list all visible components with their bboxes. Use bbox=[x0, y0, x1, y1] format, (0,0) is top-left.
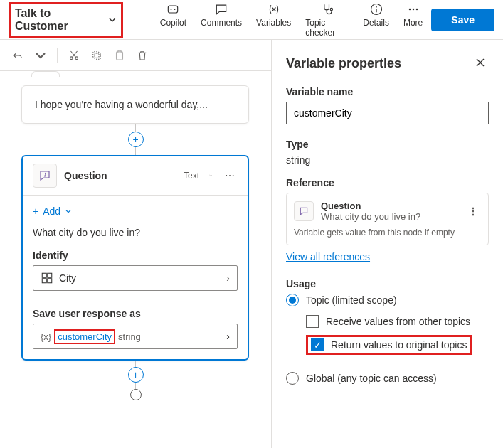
identify-select[interactable]: City › bbox=[33, 265, 238, 291]
comments-label: Comments bbox=[201, 18, 242, 28]
end-marker bbox=[130, 389, 142, 400]
checkbox-icon bbox=[306, 315, 319, 328]
svg-rect-19 bbox=[48, 279, 52, 283]
receive-values-label: Receive values from other topics bbox=[326, 316, 470, 327]
question-title: Question bbox=[64, 170, 176, 181]
entity-icon bbox=[41, 272, 53, 284]
message-node[interactable]: I hope you're having a wonderful day,... bbox=[21, 85, 249, 124]
question-type: Text bbox=[184, 171, 199, 181]
svg-point-3 bbox=[330, 8, 332, 10]
details-button[interactable]: Details bbox=[363, 2, 389, 38]
variable-name-label: Variable name bbox=[286, 86, 489, 97]
variable-select[interactable]: {x} customerCity string › bbox=[33, 324, 238, 349]
chevron-right-icon: › bbox=[226, 331, 230, 342]
reference-menu-button[interactable]: ⋮ bbox=[465, 206, 481, 217]
svg-point-8 bbox=[415, 8, 418, 10]
variables-icon bbox=[267, 2, 281, 16]
question-icon bbox=[294, 201, 314, 221]
top-bar: Talk to Customer Copilot Comments Variab… bbox=[0, 0, 503, 40]
canvas-toolbar bbox=[0, 40, 271, 71]
topic-checker-label: Topic checker bbox=[305, 18, 349, 38]
variable-name: customerCity bbox=[54, 329, 115, 344]
reference-card[interactable]: Question What city do you live in? ⋮ Var… bbox=[286, 193, 489, 245]
undo-icon[interactable] bbox=[11, 49, 24, 62]
svg-point-15 bbox=[44, 176, 45, 177]
usage-topic-radio[interactable]: Topic (limited scope) bbox=[286, 294, 489, 306]
reference-title: Question bbox=[321, 201, 458, 211]
identify-value: City bbox=[59, 272, 76, 284]
node-menu-button[interactable]: ⋯ bbox=[222, 170, 238, 181]
comment-icon bbox=[214, 2, 228, 16]
svg-point-5 bbox=[376, 6, 377, 7]
details-label: Details bbox=[363, 18, 389, 28]
delete-icon[interactable] bbox=[136, 49, 149, 62]
add-button[interactable]: + Add bbox=[33, 206, 238, 217]
checkbox-icon: ✓ bbox=[311, 338, 324, 351]
variable-properties-panel: Variable properties Variable name Type s… bbox=[272, 40, 503, 448]
chevron-down-icon bbox=[65, 208, 72, 215]
svg-point-7 bbox=[412, 8, 414, 10]
save-as-label: Save user response as bbox=[33, 308, 238, 319]
type-label: Type bbox=[286, 139, 489, 150]
identify-label: Identify bbox=[33, 250, 238, 261]
svg-rect-12 bbox=[93, 51, 99, 57]
more-button[interactable]: More bbox=[403, 2, 423, 38]
receive-values-checkbox[interactable]: Receive values from other topics bbox=[306, 315, 489, 328]
copilot-label: Copilot bbox=[160, 18, 186, 28]
save-button[interactable]: Save bbox=[431, 9, 494, 31]
chevron-down-icon[interactable] bbox=[34, 49, 47, 62]
variable-name-input[interactable] bbox=[286, 102, 489, 124]
svg-rect-0 bbox=[169, 6, 178, 13]
more-label: More bbox=[403, 18, 423, 28]
question-node[interactable]: Question Text ⋯ + Add What city do you l… bbox=[21, 155, 249, 361]
svg-rect-18 bbox=[42, 279, 46, 283]
usage-label: Usage bbox=[286, 278, 489, 289]
copilot-icon bbox=[166, 2, 180, 16]
reference-note: Variable gets value from this node if em… bbox=[294, 228, 481, 238]
radio-icon bbox=[286, 372, 299, 385]
view-all-references-link[interactable]: View all references bbox=[286, 251, 370, 262]
svg-point-2 bbox=[174, 9, 176, 10]
comments-button[interactable]: Comments bbox=[201, 2, 242, 38]
svg-point-10 bbox=[75, 56, 78, 59]
topic-checker-button[interactable]: Topic checker bbox=[305, 2, 349, 38]
question-prompt[interactable]: What city do you live in? bbox=[33, 227, 238, 238]
variable-type: string bbox=[118, 331, 141, 342]
return-values-label: Return values to original topics bbox=[331, 339, 467, 351]
svg-rect-11 bbox=[95, 53, 100, 59]
canvas: I hope you're having a wonderful day,...… bbox=[0, 40, 272, 448]
info-icon bbox=[369, 2, 383, 16]
message-text: I hope you're having a wonderful day,... bbox=[35, 99, 235, 110]
variable-icon: {x} bbox=[41, 331, 51, 342]
type-value: string bbox=[286, 154, 489, 166]
chevron-down-icon bbox=[108, 16, 117, 24]
svg-point-9 bbox=[70, 56, 73, 59]
variables-button[interactable]: Variables bbox=[256, 2, 291, 38]
svg-point-1 bbox=[171, 9, 172, 10]
toolbar: Copilot Comments Variables Topic checker… bbox=[160, 2, 423, 38]
variables-label: Variables bbox=[256, 18, 291, 28]
topic-name-text: Talk to Customer bbox=[15, 7, 104, 33]
chevron-right-icon: › bbox=[226, 272, 230, 284]
add-node-button[interactable]: + bbox=[128, 367, 144, 383]
svg-rect-17 bbox=[48, 273, 52, 277]
copilot-button[interactable]: Copilot bbox=[160, 2, 186, 38]
stethoscope-icon bbox=[320, 2, 334, 16]
svg-point-6 bbox=[408, 8, 411, 10]
usage-topic-label: Topic (limited scope) bbox=[306, 294, 397, 306]
chevron-down-icon[interactable] bbox=[206, 171, 215, 180]
add-node-button[interactable]: + bbox=[128, 132, 144, 147]
return-values-checkbox[interactable]: ✓ Return values to original topics bbox=[306, 335, 489, 355]
plus-icon: + bbox=[33, 206, 38, 217]
copy-icon[interactable] bbox=[90, 49, 103, 62]
svg-rect-16 bbox=[42, 273, 46, 277]
panel-title: Variable properties bbox=[286, 56, 472, 71]
close-button[interactable] bbox=[472, 54, 489, 73]
usage-global-radio[interactable]: Global (any topic can access) bbox=[286, 372, 489, 385]
reference-subtitle: What city do you live in? bbox=[321, 211, 458, 222]
topic-name[interactable]: Talk to Customer bbox=[9, 2, 123, 38]
radio-icon bbox=[286, 294, 299, 306]
paste-icon[interactable] bbox=[113, 49, 126, 62]
reference-label: Reference bbox=[286, 177, 489, 188]
cut-icon[interactable] bbox=[68, 49, 80, 62]
